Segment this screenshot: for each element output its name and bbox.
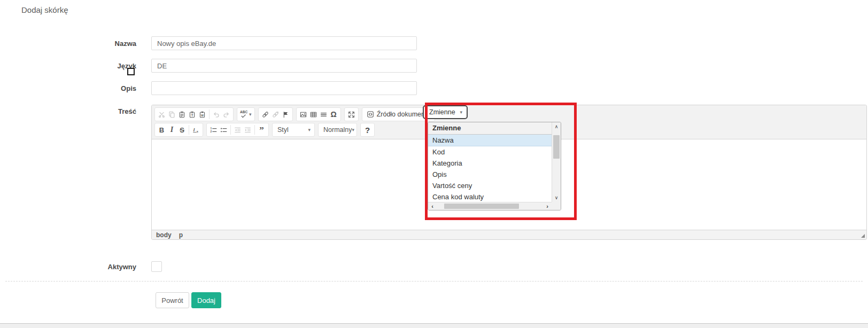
increase-indent-icon[interactable] (243, 124, 253, 136)
label-opis: Opis (29, 84, 136, 92)
cursor-artifact (127, 68, 135, 75)
format-combo[interactable]: Normalny ▾ (318, 123, 357, 137)
label-jezyk: Język (29, 62, 136, 70)
toolbar-row-1: T W ABC ▾ (154, 107, 866, 121)
anchor-flag-icon[interactable] (281, 108, 291, 120)
horizontal-scrollbar[interactable]: ‹ › (428, 202, 552, 210)
decrease-indent-icon[interactable] (232, 124, 243, 136)
clipboard-group: T W (154, 107, 234, 121)
about-group: ? (360, 123, 375, 137)
section-divider (5, 281, 863, 282)
cut-icon[interactable] (157, 108, 167, 120)
svg-text:1: 1 (210, 127, 212, 130)
resize-handle-icon[interactable] (861, 234, 865, 238)
paste-icon[interactable] (177, 108, 187, 120)
dropdown-item-kod[interactable]: Kod (428, 146, 552, 158)
style-combo-label: Styl (277, 126, 289, 134)
format-combo-label: Normalny (323, 126, 352, 134)
scroll-up-icon[interactable]: ∧ (552, 122, 561, 131)
vertical-scrollbar[interactable]: ∧ ∨ (552, 122, 561, 202)
link-icon[interactable] (260, 108, 270, 120)
unlink-icon[interactable] (270, 108, 281, 120)
dropdown-item-nazwa[interactable]: Nazwa (428, 135, 552, 146)
spellcheck-button[interactable]: ABC ▾ (239, 111, 253, 118)
svg-text:2: 2 (210, 130, 212, 133)
remove-format-icon[interactable]: Ix (191, 124, 201, 136)
help-icon[interactable]: ? (362, 124, 373, 136)
document-source-icon (367, 111, 374, 118)
bold-icon[interactable]: B (157, 124, 167, 136)
bulleted-list-icon[interactable] (219, 124, 229, 136)
dropdown-item-vartosc-ceny[interactable]: Vartość ceny (428, 180, 552, 191)
footer-bar (0, 323, 868, 328)
list-indent-group: 12 ” (206, 123, 269, 137)
vertical-scrollbar-thumb[interactable] (553, 135, 560, 159)
svg-text:I: I (193, 127, 195, 132)
spellcheck-group: ABC ▾ (237, 107, 255, 121)
chevron-down-icon: ▾ (460, 110, 462, 115)
copy-icon[interactable] (167, 108, 177, 120)
horizontal-scrollbar-thumb[interactable] (444, 204, 519, 209)
toolbar-separator (230, 125, 231, 135)
nazwa-input[interactable] (151, 36, 417, 50)
svg-text:W: W (201, 113, 204, 116)
svg-text:T: T (191, 113, 193, 117)
numbered-list-icon[interactable]: 12 (208, 124, 219, 136)
opis-input[interactable] (151, 81, 417, 95)
maximize-group (344, 107, 359, 121)
scroll-left-icon[interactable]: ‹ (428, 202, 437, 210)
insert-group: Ω (296, 107, 341, 121)
chevron-down-icon: ▾ (352, 128, 355, 132)
link-group (258, 107, 293, 121)
special-character-icon[interactable]: Ω (329, 108, 339, 120)
page-title: Dodaj skórkę (21, 5, 68, 14)
chevron-down-icon: ▾ (308, 128, 311, 132)
label-nazwa: Nazwa (29, 40, 136, 48)
path-element-body[interactable]: body (156, 231, 172, 239)
dropdown-list: Zmienne Nazwa Kod Kategoria Opis Vartość… (428, 122, 552, 202)
redo-icon[interactable] (221, 108, 231, 120)
scrollbar-corner (552, 202, 561, 210)
back-button[interactable]: Powrót (156, 292, 189, 308)
dropdown-header: Zmienne (428, 122, 552, 135)
horizontal-line-icon[interactable] (319, 108, 329, 120)
dropdown-item-opis[interactable]: Opis (428, 169, 552, 180)
variables-dropdown-button[interactable]: Zmienne ▾ (423, 105, 468, 119)
svg-text:x: x (197, 130, 199, 133)
label-aktywny: Aktywny (29, 263, 136, 271)
basicstyles-group: B I S Ix (154, 123, 203, 137)
blockquote-icon[interactable]: ” (257, 124, 267, 136)
jezyk-input[interactable] (151, 59, 417, 73)
image-icon[interactable] (298, 108, 308, 120)
active-checkbox[interactable] (151, 261, 162, 272)
spellcheck-icon: ABC (240, 111, 247, 118)
toolbar-separator (254, 125, 255, 135)
label-tresc: Treść (29, 107, 136, 115)
toolbar-separator (189, 125, 189, 135)
table-icon[interactable] (308, 108, 319, 120)
paste-as-text-icon[interactable]: T (187, 108, 197, 120)
maximize-icon[interactable] (346, 108, 356, 120)
variables-dropdown-panel: Zmienne Nazwa Kod Kategoria Opis Vartość… (428, 122, 561, 210)
scroll-down-icon[interactable]: ∨ (552, 193, 561, 202)
italic-icon[interactable]: I (167, 124, 177, 136)
toolbar-separator (209, 110, 210, 119)
strikethrough-icon[interactable]: S (177, 124, 187, 136)
dropdown-item-kategoria[interactable]: Kategoria (428, 158, 552, 169)
editor-path-bar: body p (152, 230, 866, 239)
dropdown-item-cena-kod-waluty[interactable]: Cena kod waluty (428, 191, 552, 202)
style-combo[interactable]: Styl ▾ (272, 123, 315, 137)
variables-button-label: Zmienne (429, 108, 455, 116)
scroll-right-icon[interactable]: › (543, 202, 552, 210)
undo-icon[interactable] (211, 108, 221, 120)
path-element-p[interactable]: p (179, 231, 183, 239)
page: Dodaj skórkę Nazwa Język Opis Treść T (0, 0, 868, 328)
paste-from-word-icon[interactable]: W (197, 108, 207, 120)
submit-button[interactable]: Dodaj (191, 292, 221, 308)
chevron-down-icon: ▾ (249, 112, 252, 117)
